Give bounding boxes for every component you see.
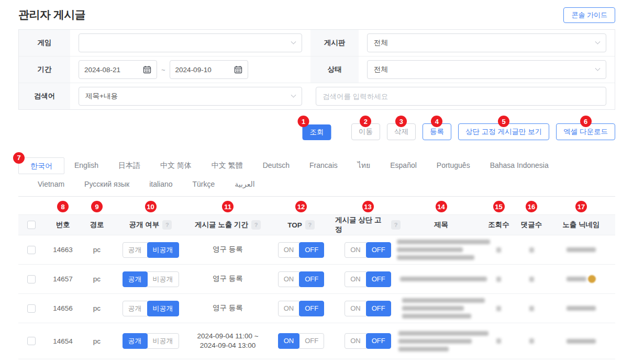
post-number: 14654 xyxy=(45,323,81,359)
tab-german[interactable]: Deutsch xyxy=(253,157,299,174)
private-option[interactable]: 비공개 xyxy=(147,271,179,287)
exposure-period: 2024-09-04 11:00 ~ 2024-09-04 13:00 xyxy=(188,323,267,359)
keyword-type-value: 제목+내용 xyxy=(85,92,118,101)
tab-japanese[interactable]: 日本語 xyxy=(108,157,150,174)
table-row: 14654 pc 공개 비공개 2024-09-04 11:00 ~ 2024-… xyxy=(18,323,615,359)
on-option[interactable]: ON xyxy=(345,333,367,349)
annotation-badge: 7 xyxy=(13,152,25,164)
tab-indonesian[interactable]: Bahasa Indonesia xyxy=(480,157,559,174)
row-checkbox[interactable] xyxy=(27,246,36,254)
game-select[interactable] xyxy=(79,33,302,52)
help-icon[interactable]: ? xyxy=(391,220,401,230)
public-option[interactable]: 공개 xyxy=(123,242,148,258)
table-row: 14656 pc 공개 비공개 영구 등록 ON OFF ON OFF xyxy=(18,294,615,323)
on-option[interactable]: ON xyxy=(278,242,300,258)
visibility-toggle: 공개 비공개 xyxy=(123,301,179,316)
blurred-title[interactable] xyxy=(393,240,490,260)
tab-italian[interactable]: italiano xyxy=(139,177,182,191)
chevron-down-icon xyxy=(595,65,601,71)
search-button[interactable]: 조회 xyxy=(303,124,331,140)
help-icon[interactable]: ? xyxy=(305,220,315,230)
col-nickname: 17 노출 닉네임 xyxy=(547,215,615,235)
keyword-input[interactable] xyxy=(316,87,606,106)
private-option[interactable]: 비공개 xyxy=(147,242,179,258)
on-option[interactable]: ON xyxy=(345,271,367,287)
off-option[interactable]: OFF xyxy=(299,301,324,316)
post-number: 14656 xyxy=(45,294,81,323)
annotation-badge: 15 xyxy=(493,201,505,212)
off-option[interactable]: OFF xyxy=(299,271,324,287)
tab-chinese-simplified[interactable]: 中文 简体 xyxy=(150,157,202,174)
console-guide-button[interactable]: 콘솔 가이드 xyxy=(563,7,615,23)
public-option[interactable]: 공개 xyxy=(123,333,148,349)
keyword-type-select[interactable]: 제목+내용 xyxy=(79,87,302,106)
calendar-icon[interactable] xyxy=(234,65,242,74)
date-from-input[interactable]: 2024-08-21 xyxy=(79,60,157,79)
row-checkbox[interactable] xyxy=(27,275,36,283)
tab-portuguese[interactable]: Português xyxy=(427,157,480,174)
help-icon[interactable]: ? xyxy=(162,220,172,230)
tab-chinese-traditional[interactable]: 中文 繁體 xyxy=(202,157,253,174)
board-select[interactable]: 전체 xyxy=(367,33,606,52)
top-toggle: ON OFF xyxy=(278,333,325,349)
keyword-label: 검색어 xyxy=(19,83,70,109)
col-visibility: 10 공개 여부 ? xyxy=(113,215,188,235)
admin-posts-page: 관리자 게시글 콘솔 가이드 게임 게시판 전체 기간 2024-08-21 ~ xyxy=(0,0,633,364)
public-option[interactable]: 공개 xyxy=(123,271,148,287)
public-option[interactable]: 공개 xyxy=(123,301,148,316)
tab-arabic[interactable]: العربية xyxy=(225,177,264,191)
date-from-value: 2024-08-21 xyxy=(84,66,120,74)
annotation-badge: 12 xyxy=(295,201,307,212)
on-option[interactable]: ON xyxy=(278,333,300,349)
blurred-title[interactable] xyxy=(398,298,485,318)
help-icon[interactable]: ? xyxy=(251,220,261,230)
on-option[interactable]: ON xyxy=(345,242,367,258)
blurred-title[interactable] xyxy=(396,277,487,281)
on-option[interactable]: ON xyxy=(278,271,300,287)
annotation-badge: 10 xyxy=(145,201,157,212)
tab-korean[interactable]: 7 한국어 xyxy=(18,157,64,174)
date-range-tilde: ~ xyxy=(161,66,165,74)
tab-french[interactable]: Francais xyxy=(299,157,348,174)
calendar-icon[interactable] xyxy=(143,65,151,74)
select-all-checkbox[interactable] xyxy=(27,221,36,229)
blurred-title[interactable] xyxy=(394,331,488,351)
post-number: 14663 xyxy=(45,235,81,264)
gold-badge-icon xyxy=(588,275,596,283)
col-comments: 16 댓글수 xyxy=(516,215,547,235)
tab-spanish[interactable]: Español xyxy=(380,157,427,174)
chevron-down-icon xyxy=(595,39,601,44)
on-option[interactable]: ON xyxy=(345,301,367,316)
blurred-nickname xyxy=(567,339,596,344)
private-option[interactable]: 비공개 xyxy=(147,301,179,316)
off-option[interactable]: OFF xyxy=(366,271,391,287)
blurred-comment-count xyxy=(529,306,534,311)
status-select[interactable]: 전체 xyxy=(367,60,606,79)
blurred-comment-count xyxy=(529,338,534,344)
date-to-value: 2024-09-10 xyxy=(175,66,212,74)
row-checkbox[interactable] xyxy=(27,337,36,345)
annotation-badge: 9 xyxy=(91,201,103,212)
date-to-input[interactable]: 2024-09-10 xyxy=(170,60,248,79)
row-checkbox[interactable] xyxy=(27,304,36,313)
tab-russian[interactable]: Русский язык xyxy=(74,177,139,191)
tab-thai[interactable]: ไทย xyxy=(348,157,380,174)
off-option[interactable]: OFF xyxy=(366,242,391,258)
col-path: 9 경로 xyxy=(81,215,113,235)
exposure-period: 영구 등록 xyxy=(188,294,267,323)
off-option[interactable]: OFF xyxy=(299,333,324,349)
off-option[interactable]: OFF xyxy=(366,301,391,316)
tab-turkish[interactable]: Türkçe xyxy=(183,177,225,191)
exposure-period: 영구 등록 xyxy=(188,235,267,264)
exposure-period: 영구 등록 xyxy=(188,265,267,293)
tab-english[interactable]: English xyxy=(64,157,108,174)
off-option[interactable]: OFF xyxy=(299,242,324,258)
tab-vietnamese[interactable]: Vietnam xyxy=(28,177,74,191)
col-title: 14 제목 xyxy=(401,215,482,235)
on-option[interactable]: ON xyxy=(278,301,300,316)
off-option[interactable]: OFF xyxy=(366,333,391,349)
visibility-toggle: 공개 비공개 xyxy=(123,271,179,287)
private-option[interactable]: 비공개 xyxy=(147,333,179,349)
col-period: 11 게시글 노출 기간 ? xyxy=(188,215,267,235)
game-label: 게임 xyxy=(19,30,70,56)
